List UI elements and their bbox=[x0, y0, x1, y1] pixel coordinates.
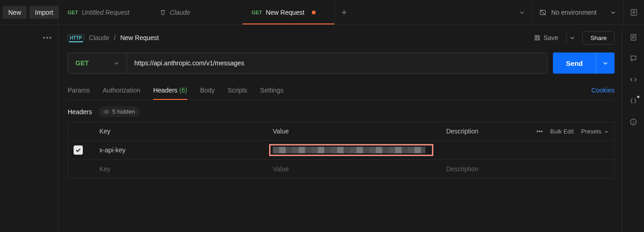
tab-new-request[interactable]: GET New Request bbox=[242, 0, 334, 24]
header-value-input[interactable]: Value bbox=[267, 160, 441, 178]
breadcrumb-collection[interactable]: Claude bbox=[89, 34, 109, 41]
documentation-icon[interactable] bbox=[629, 33, 638, 41]
code-icon[interactable] bbox=[629, 75, 638, 84]
tab-strip: GET Untitled Request Claude GET New Requ… bbox=[58, 0, 531, 24]
header-description-input[interactable]: Description bbox=[441, 160, 614, 178]
header-value-input[interactable] bbox=[267, 141, 441, 159]
save-icon bbox=[534, 34, 541, 41]
send-options-button[interactable] bbox=[596, 52, 615, 74]
headers-title: Headers bbox=[68, 108, 92, 116]
environment-label: No environment bbox=[551, 9, 597, 16]
environment-selector[interactable]: No environment bbox=[531, 0, 623, 24]
tab-headers-count: (6) bbox=[179, 87, 187, 94]
table-more-button[interactable]: ••• bbox=[536, 128, 543, 135]
import-button[interactable]: Import bbox=[29, 6, 59, 19]
column-key: Key bbox=[94, 122, 267, 140]
chevron-down-icon bbox=[610, 10, 616, 15]
no-environment-icon bbox=[539, 9, 546, 16]
sidebar-more-button[interactable]: ••• bbox=[43, 34, 52, 41]
new-button[interactable]: New bbox=[3, 6, 27, 19]
header-enabled-checkbox[interactable] bbox=[74, 145, 83, 155]
tab-title: New Request bbox=[266, 9, 305, 16]
method-badge: GET bbox=[252, 10, 262, 15]
url-input[interactable] bbox=[127, 53, 547, 73]
tabs-menu-button[interactable] bbox=[513, 0, 531, 24]
breadcrumb: HTTP Claude / New Request bbox=[68, 34, 159, 41]
new-tab-button[interactable] bbox=[334, 0, 353, 24]
cookies-link[interactable]: Cookies bbox=[591, 83, 615, 99]
save-options-button[interactable] bbox=[566, 32, 578, 43]
header-row: x-api-key bbox=[68, 141, 614, 160]
jar-icon bbox=[160, 9, 166, 16]
environment-quicklook-button[interactable] bbox=[623, 0, 644, 24]
header-description-input[interactable] bbox=[441, 141, 614, 159]
send-button[interactable]: Send bbox=[553, 52, 615, 74]
svg-point-2 bbox=[106, 111, 107, 112]
tab-claude[interactable]: Claude bbox=[150, 0, 242, 24]
method-badge: GET bbox=[68, 10, 78, 15]
column-description: Description bbox=[446, 128, 478, 135]
comments-icon[interactable] bbox=[629, 54, 638, 63]
capture-icon[interactable] bbox=[629, 97, 638, 105]
tab-body[interactable]: Body bbox=[200, 83, 215, 99]
header-row-new: Key Value Description bbox=[68, 160, 614, 178]
tab-params[interactable]: Params bbox=[68, 83, 90, 99]
sidebar: ••• bbox=[0, 25, 58, 232]
hidden-headers-toggle[interactable]: 5 hidden bbox=[98, 106, 140, 117]
headers-table: Key Value Description ••• Bulk Edit Pres… bbox=[68, 122, 615, 179]
save-label: Save bbox=[544, 34, 558, 41]
tab-authorization[interactable]: Authorization bbox=[103, 83, 140, 99]
tab-headers[interactable]: Headers (6) bbox=[153, 83, 187, 99]
tab-title: Claude bbox=[170, 9, 190, 16]
info-icon[interactable] bbox=[629, 118, 638, 126]
share-button[interactable]: Share bbox=[582, 31, 615, 45]
column-checkbox bbox=[68, 122, 94, 140]
send-label: Send bbox=[553, 52, 596, 74]
right-rail bbox=[622, 25, 644, 232]
breadcrumb-separator: / bbox=[114, 34, 115, 41]
column-value: Value bbox=[267, 122, 441, 140]
method-select[interactable]: GET bbox=[68, 53, 127, 73]
breadcrumb-request[interactable]: New Request bbox=[120, 34, 159, 41]
tab-untitled-request[interactable]: GET Untitled Request bbox=[58, 0, 150, 24]
header-key-input[interactable]: x-api-key bbox=[94, 141, 267, 159]
redacted-value bbox=[273, 147, 426, 153]
tab-scripts[interactable]: Scripts bbox=[228, 83, 247, 99]
save-button[interactable]: Save bbox=[530, 31, 562, 44]
eye-icon bbox=[103, 109, 109, 115]
chevron-down-icon bbox=[114, 60, 119, 66]
http-badge-icon: HTTP bbox=[68, 35, 84, 41]
hidden-headers-label: 5 hidden bbox=[112, 108, 135, 115]
method-value: GET bbox=[75, 59, 89, 67]
tab-title: Untitled Request bbox=[82, 9, 130, 16]
tab-settings[interactable]: Settings bbox=[260, 83, 284, 99]
unsaved-dot-icon bbox=[312, 11, 316, 14]
tab-headers-label: Headers bbox=[153, 87, 178, 94]
bulk-edit-button[interactable]: Bulk Edit bbox=[550, 128, 574, 135]
header-key-input[interactable]: Key bbox=[94, 160, 267, 178]
presets-button[interactable]: Presets bbox=[581, 128, 609, 135]
